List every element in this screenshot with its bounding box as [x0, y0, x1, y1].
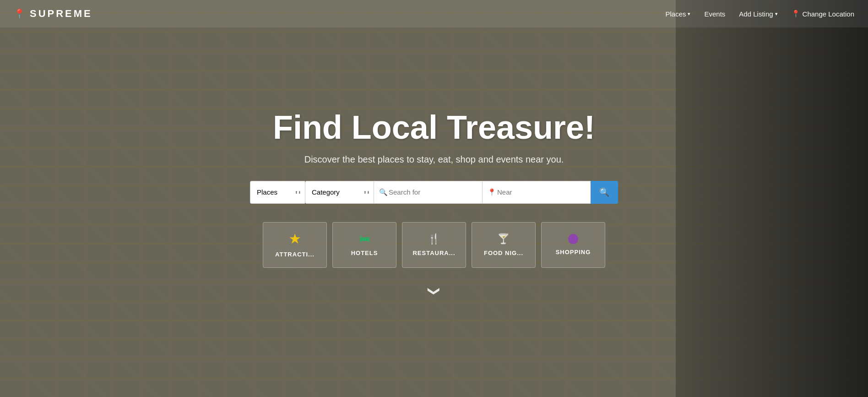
hotels-icon: 🛏: [359, 233, 370, 245]
type-select[interactable]: Places Events: [250, 181, 305, 204]
category-select[interactable]: Category Attractions Hotels Restaurants …: [305, 181, 374, 204]
nav-change-location[interactable]: 📍 Change Location: [792, 10, 854, 18]
search-input-wrapper: 🔍: [374, 181, 482, 204]
attractions-icon: ★: [289, 232, 300, 246]
scroll-down-button[interactable]: ❯: [427, 286, 441, 296]
shopping-label: SHOPPING: [556, 249, 591, 256]
restaurants-icon: 🍴: [428, 233, 440, 245]
near-input-wrapper: 📍: [482, 181, 591, 204]
category-card-hotels[interactable]: 🛏 HOTELS: [332, 222, 396, 268]
places-dropdown-arrow: ▾: [688, 11, 690, 17]
food-nightlife-icon: 🍸: [497, 233, 510, 245]
search-icon: 🔍: [379, 188, 388, 196]
category-card-restaurants[interactable]: 🍴 RESTAURA...: [402, 222, 466, 268]
main-content: Find Local Treasure! Discover the best p…: [0, 0, 868, 397]
search-button-icon: 🔍: [599, 187, 609, 197]
nav-add-listing[interactable]: Add Listing ▾: [739, 10, 777, 18]
add-listing-dropdown-arrow: ▾: [775, 11, 778, 17]
type-select-wrapper: Places Events: [250, 181, 305, 204]
food-nightlife-label: FOOD NIG...: [484, 250, 523, 256]
nav-links: Places ▾ Events Add Listing ▾ 📍 Change L…: [665, 10, 854, 18]
near-location-icon: 📍: [488, 188, 496, 196]
navbar: 📍 SUPREME Places ▾ Events Add Listing ▾ …: [0, 0, 868, 27]
attractions-label: ATTRACTI...: [275, 251, 315, 258]
restaurants-label: RESTAURA...: [412, 250, 455, 256]
category-card-food-nightlife[interactable]: 🍸 FOOD NIG...: [472, 222, 536, 268]
category-select-wrapper: Category Attractions Hotels Restaurants …: [305, 181, 374, 204]
search-for-input[interactable]: [374, 181, 482, 204]
shopping-icon: [568, 234, 578, 244]
hotels-label: HOTELS: [351, 250, 378, 256]
hero-title: Find Local Treasure!: [273, 109, 595, 146]
category-card-attractions[interactable]: ★ ATTRACTI...: [263, 222, 327, 268]
location-pin-icon: 📍: [792, 10, 800, 18]
category-cards: ★ ATTRACTI... 🛏 HOTELS 🍴 RESTAURA... 🍸 F…: [263, 222, 605, 268]
near-input[interactable]: [482, 181, 591, 204]
logo-pin-icon: 📍: [14, 8, 27, 19]
hero-subtitle: Discover the best places to stay, eat, s…: [304, 154, 564, 165]
category-card-shopping[interactable]: SHOPPING: [541, 222, 605, 268]
logo: 📍 SUPREME: [14, 8, 92, 20]
search-bar: Places Events Category Attractions Hotel…: [250, 181, 618, 204]
search-button[interactable]: 🔍: [591, 181, 618, 204]
nav-events[interactable]: Events: [704, 10, 725, 18]
nav-places[interactable]: Places ▾: [665, 10, 690, 18]
logo-text: SUPREME: [30, 8, 92, 20]
